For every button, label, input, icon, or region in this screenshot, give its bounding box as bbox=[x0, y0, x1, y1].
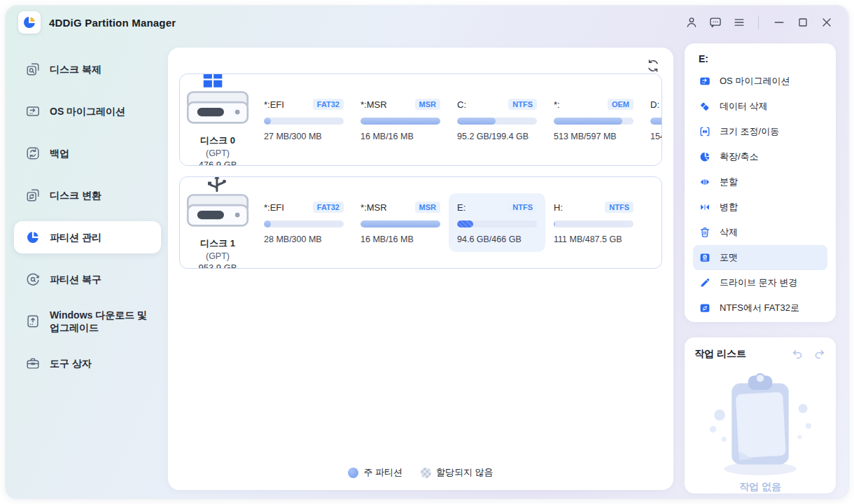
partition-usage-text: 513 MB/597 MB bbox=[554, 132, 634, 141]
sidebar-item-backup[interactable]: 백업 bbox=[14, 137, 161, 169]
partition-label: *:EFI bbox=[264, 202, 284, 213]
ops-item-label: 데이터 삭제 bbox=[720, 100, 768, 113]
refresh-button[interactable] bbox=[644, 57, 662, 75]
ops-item-label: 크기 조정/이동 bbox=[720, 125, 779, 138]
partition-header: *:MSRMSR bbox=[360, 201, 440, 214]
partition-header: *:MSRMSR bbox=[360, 98, 440, 111]
partition-header: E:NTFS bbox=[457, 201, 537, 214]
ops-item-ntfs-to-fat32[interactable]: NTFS에서 FAT32로 bbox=[693, 295, 827, 321]
ops-item-label: 삭제 bbox=[720, 226, 738, 239]
titlebar-divider bbox=[758, 15, 759, 29]
partition-label: *:EFI bbox=[264, 99, 284, 110]
partition-msr[interactable]: *:MSRMSR16 MB/16 MB bbox=[352, 193, 449, 252]
sidebar-item-disk-clone[interactable]: 디스크 복제 bbox=[14, 53, 161, 85]
partition-usage-text: 27 MB/300 MB bbox=[264, 132, 344, 141]
filesystem-badge: FAT32 bbox=[313, 202, 344, 213]
usage-bar bbox=[554, 220, 634, 227]
feedback-icon[interactable] bbox=[706, 13, 724, 31]
disk-row-1: 디스크 1(GPT)953.9 GB*:EFIFAT3228 MB/300 MB… bbox=[179, 176, 662, 269]
partition-efi[interactable]: *:EFIFAT3227 MB/300 MB bbox=[255, 90, 352, 149]
sidebar-item-toolbox[interactable]: 도구 상자 bbox=[14, 347, 161, 379]
sidebar-item-partition-recovery[interactable]: 파티션 복구 bbox=[14, 263, 161, 295]
ops-item-os-migration[interactable]: OS 마이그레이션 bbox=[693, 69, 827, 94]
partition-label: *:MSR bbox=[360, 99, 387, 110]
partition-label: E: bbox=[457, 202, 465, 213]
ops-item-data-erase[interactable]: 데이터 삭제 bbox=[693, 94, 827, 119]
task-list-panel: 작업 리스트 작업 없음 bbox=[685, 337, 836, 493]
pie-logo-icon bbox=[22, 15, 37, 30]
usage-bar bbox=[264, 118, 344, 125]
ops-item-resize-move[interactable]: 크기 조정/이동 bbox=[693, 119, 827, 144]
disk-info-1[interactable]: 디스크 1(GPT)953.9 GB bbox=[180, 176, 255, 269]
disk-info-0[interactable]: 디스크 0(GPT)476.9 GB bbox=[180, 74, 255, 166]
redo-icon[interactable] bbox=[812, 347, 826, 361]
titlebar: 4DDiG Partition Manager bbox=[6, 6, 848, 39]
sidebar-item-disk-convert[interactable]: 디스크 변환 bbox=[14, 179, 161, 211]
ops-item-change-drive-letter[interactable]: 드라이브 문자 변경 bbox=[693, 270, 827, 295]
split-icon bbox=[699, 176, 711, 188]
ops-item-split[interactable]: 분할 bbox=[693, 169, 827, 195]
ops-item-label: NTFS에서 FAT32로 bbox=[720, 302, 799, 314]
partition-msr[interactable]: *:MSRMSR16 MB/16 MB bbox=[352, 90, 449, 149]
ops-item-delete[interactable]: 삭제 bbox=[693, 220, 827, 245]
partition-efi[interactable]: *:EFIFAT3228 MB/300 MB bbox=[255, 193, 352, 252]
ops-item-label: 포맷 bbox=[720, 251, 738, 264]
partition-header: H:NTFS bbox=[554, 201, 634, 214]
partition-label: C: bbox=[457, 99, 466, 110]
legend-item-unallocated: 할당되지 않음 bbox=[421, 466, 493, 479]
usage-bar-fill bbox=[360, 220, 440, 227]
ops-item-format[interactable]: 포맷 bbox=[693, 245, 827, 270]
sidebar-nav: 디스크 복제OS 마이그레이션백업디스크 변환파티션 관리파티션 복구Windo… bbox=[6, 41, 168, 498]
maximize-button[interactable] bbox=[794, 13, 812, 31]
partition-usage-text: 111 MB/487.5 GB bbox=[554, 234, 634, 244]
selected-partition-label: E: bbox=[699, 53, 827, 64]
partition-e[interactable]: E:NTFS94.6 GB/466 GB bbox=[449, 193, 545, 252]
filesystem-badge: OEM bbox=[608, 99, 634, 110]
ops-item-extend-shrink[interactable]: 확장/축소 bbox=[693, 144, 827, 169]
partition-operations-panel: E: OS 마이그레이션데이터 삭제크기 조정/이동확장/축소분할병합삭제포맷드… bbox=[685, 43, 836, 322]
menu-icon[interactable] bbox=[730, 13, 748, 31]
usage-bar bbox=[360, 220, 440, 227]
partition-d[interactable]: D:154 bbox=[642, 90, 662, 149]
format-icon bbox=[699, 251, 711, 264]
usage-bar bbox=[457, 220, 537, 227]
ops-item-label: 분할 bbox=[720, 176, 738, 188]
partition-legend: 주 파티션할당되지 않음 bbox=[168, 466, 673, 479]
partition-manager-icon bbox=[25, 230, 41, 245]
app-window: 4DDiG Partition Manager 디스크 복제OS 마이그레이션백… bbox=[6, 6, 848, 498]
legend-label: 할당되지 않음 bbox=[436, 466, 493, 479]
partition-label: *: bbox=[554, 99, 560, 110]
sidebar-item-windows-download-upgrade[interactable]: Windows 다운로드 및 업그레이드 bbox=[14, 305, 161, 337]
partition-recovery-icon bbox=[25, 272, 41, 287]
partition-usage-text: 95.2 GB/199.4 GB bbox=[457, 132, 537, 141]
close-button[interactable] bbox=[818, 13, 836, 31]
backup-icon bbox=[25, 146, 41, 161]
minimize-button[interactable] bbox=[770, 13, 788, 31]
filesystem-badge: MSR bbox=[415, 99, 440, 110]
filesystem-badge: NTFS bbox=[508, 202, 537, 213]
usage-bar bbox=[554, 118, 634, 125]
partition-oem[interactable]: *:OEM513 MB/597 MB bbox=[545, 90, 642, 149]
partition-strip: *:EFIFAT3227 MB/300 MB*:MSRMSR16 MB/16 M… bbox=[255, 90, 662, 149]
sidebar-item-os-migration[interactable]: OS 마이그레이션 bbox=[14, 95, 161, 127]
operations-list: OS 마이그레이션데이터 삭제크기 조정/이동확장/축소분할병합삭제포맷드라이브… bbox=[693, 69, 827, 321]
usage-bar-fill bbox=[554, 220, 555, 227]
usage-bar-fill bbox=[360, 118, 440, 125]
disk-clone-icon bbox=[25, 62, 41, 77]
usage-bar bbox=[264, 220, 344, 227]
disk-partition-scheme: (GPT) bbox=[180, 251, 255, 261]
partition-h[interactable]: H:NTFS111 MB/487.5 GB bbox=[545, 193, 642, 252]
partition-header: *:OEM bbox=[554, 98, 634, 111]
usb-disk-icon bbox=[180, 176, 255, 236]
empty-tasks-text: 작업 없음 bbox=[694, 481, 826, 493]
filesystem-badge: NTFS bbox=[508, 99, 537, 110]
disk-name: 디스크 1 bbox=[180, 237, 255, 250]
sidebar-item-partition-manager[interactable]: 파티션 관리 bbox=[14, 221, 161, 253]
legend-label: 주 파티션 bbox=[363, 466, 402, 479]
partition-c[interactable]: C:NTFS95.2 GB/199.4 GB bbox=[449, 90, 545, 149]
resize-move-icon bbox=[699, 125, 711, 138]
undo-icon[interactable] bbox=[791, 347, 805, 361]
ops-item-merge[interactable]: 병합 bbox=[693, 195, 827, 220]
account-icon[interactable] bbox=[682, 13, 701, 31]
primary-swatch-icon bbox=[348, 468, 358, 478]
